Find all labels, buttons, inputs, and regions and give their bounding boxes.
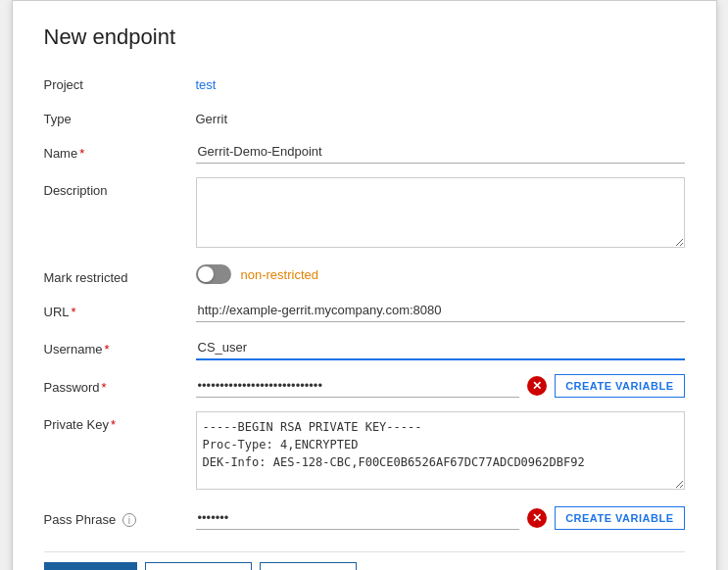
- pass-phrase-input-wrap: [196, 506, 520, 530]
- password-clear-button[interactable]: ✕: [527, 376, 547, 396]
- type-row: Type Gerrit: [44, 106, 685, 126]
- mark-restricted-label: Mark restricted: [44, 264, 196, 285]
- type-label: Type: [44, 106, 196, 126]
- password-input[interactable]: [196, 374, 520, 398]
- name-input[interactable]: [196, 140, 685, 164]
- name-label: Name*: [44, 140, 196, 161]
- description-input[interactable]: [196, 177, 685, 248]
- username-field-wrap: [196, 336, 685, 360]
- username-required: *: [104, 342, 109, 356]
- pass-phrase-clear-icon: ✕: [527, 508, 547, 528]
- password-create-variable-button[interactable]: CREATE VARIABLE: [555, 374, 684, 398]
- password-label: Password*: [44, 374, 196, 395]
- password-required: *: [102, 380, 107, 395]
- validate-button[interactable]: VALIDATE: [145, 562, 252, 570]
- toggle-status-label: non-restricted: [241, 267, 318, 282]
- private-key-label: Private Key*: [44, 411, 196, 432]
- toggle-row: non-restricted: [196, 264, 685, 284]
- mark-restricted-row: Mark restricted non-restricted: [44, 264, 685, 285]
- url-label: URL*: [44, 299, 196, 319]
- pass-phrase-field-wrap: ✕ CREATE VARIABLE: [196, 506, 685, 530]
- name-field-wrap: [196, 140, 685, 164]
- dialog-footer: CREATE VALIDATE CANCEL: [44, 551, 685, 570]
- username-row: Username*: [44, 336, 685, 360]
- url-required: *: [72, 305, 76, 319]
- description-row: Description: [44, 177, 685, 251]
- name-required: *: [79, 146, 84, 161]
- url-input[interactable]: [196, 299, 685, 322]
- password-clear-icon: ✕: [527, 376, 547, 396]
- private-key-row: Private Key* -----BEGIN RSA PRIVATE KEY-…: [44, 411, 685, 493]
- password-field-wrap: ✕ CREATE VARIABLE: [196, 374, 685, 398]
- pass-phrase-row-inner: ✕ CREATE VARIABLE: [196, 506, 685, 530]
- create-button[interactable]: CREATE: [44, 562, 137, 570]
- password-row: Password* ✕ CREATE VARIABLE: [44, 374, 685, 398]
- pass-phrase-info-icon: i: [122, 513, 136, 527]
- type-value: Gerrit: [196, 106, 685, 126]
- password-input-wrap: [196, 374, 520, 398]
- username-input[interactable]: [196, 336, 685, 360]
- project-value: test: [196, 71, 685, 92]
- new-endpoint-dialog: New endpoint Project test Type Gerrit Na…: [12, 0, 717, 570]
- pass-phrase-row: Pass Phrase i ✕ CREATE VARIABLE: [44, 506, 685, 530]
- pass-phrase-clear-button[interactable]: ✕: [527, 508, 547, 528]
- url-row: URL*: [44, 299, 685, 322]
- toggle-thumb: [198, 266, 214, 282]
- name-row: Name*: [44, 140, 685, 164]
- pass-phrase-input[interactable]: [196, 506, 520, 530]
- project-row: Project test: [44, 71, 685, 92]
- private-key-input[interactable]: -----BEGIN RSA PRIVATE KEY----- Proc-Typ…: [196, 411, 685, 490]
- pass-phrase-label: Pass Phrase i: [44, 506, 196, 527]
- username-label: Username*: [44, 336, 196, 356]
- description-field-wrap: [196, 177, 685, 251]
- password-row-inner: ✕ CREATE VARIABLE: [196, 374, 685, 398]
- private-key-field-wrap: -----BEGIN RSA PRIVATE KEY----- Proc-Typ…: [196, 411, 685, 493]
- cancel-button[interactable]: CANCEL: [260, 562, 357, 570]
- mark-restricted-wrap: non-restricted: [196, 264, 685, 284]
- pass-phrase-create-variable-button[interactable]: CREATE VARIABLE: [555, 506, 684, 530]
- project-label: Project: [44, 71, 196, 92]
- mark-restricted-toggle[interactable]: [196, 264, 231, 284]
- private-key-required: *: [111, 417, 116, 432]
- url-field-wrap: [196, 299, 685, 322]
- dialog-title: New endpoint: [44, 24, 685, 50]
- description-label: Description: [44, 177, 196, 198]
